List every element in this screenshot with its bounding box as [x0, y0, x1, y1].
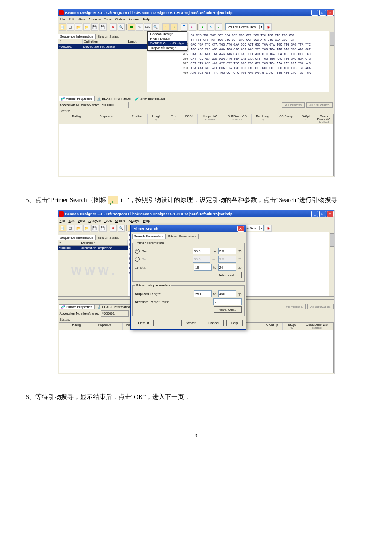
save-icon[interactable]: 💾 — [91, 225, 98, 232]
close-button[interactable]: × — [327, 10, 334, 16]
tab-sequence-information[interactable]: Sequence Information — [58, 235, 95, 240]
dd-sybr[interactable]: SYBR® Green Design — [148, 41, 187, 46]
open-icon[interactable]: 📂 — [75, 23, 82, 31]
tool-icon-f[interactable]: Ω — [189, 23, 196, 31]
open-icon[interactable]: 📂 — [75, 225, 82, 232]
maximize-button[interactable]: □ — [319, 211, 326, 217]
all-primers-button[interactable]: All Primers — [283, 304, 306, 309]
assay-combo[interactable]: SYBR® Green Des...▾ — [225, 23, 264, 30]
scrollbar[interactable] — [329, 31, 334, 92]
close-button[interactable]: × — [327, 211, 334, 217]
minimize-button[interactable]: _ — [311, 10, 318, 16]
tab-blast-information[interactable]: 🔬 BLAST Information — [95, 96, 133, 101]
menu-file[interactable]: File — [60, 219, 65, 223]
folder-icon[interactable]: 📁 — [83, 23, 90, 31]
tab-snp-information[interactable]: 🧪 SNP Information — [133, 96, 167, 101]
binoculars-icon[interactable]: 🔍 — [118, 23, 125, 31]
primer-search-icon[interactable]: ⇄ — [128, 23, 135, 31]
tab-primer-properties[interactable]: 🧬 Primer Properties — [59, 96, 95, 101]
radio-tm[interactable] — [135, 249, 140, 254]
radio-ta[interactable] — [135, 257, 140, 262]
menu-edit[interactable]: Edit — [68, 17, 74, 21]
scrollbar[interactable] — [329, 232, 334, 296]
col-def[interactable]: Definition — [83, 39, 127, 44]
amplicon-min-input[interactable] — [194, 290, 212, 297]
length-min-input[interactable] — [194, 264, 212, 271]
menu-view[interactable]: View — [78, 219, 85, 223]
save-as-icon[interactable]: 💾 — [99, 23, 107, 31]
arrow-left-icon[interactable]: ← — [162, 23, 170, 31]
tab-blast-information[interactable]: 🔬 BLAST Information — [95, 304, 133, 309]
default-button[interactable]: Default — [134, 320, 154, 326]
dd-fret[interactable]: FRET Design — [148, 36, 187, 41]
menu-online[interactable]: Online — [115, 219, 125, 223]
pair-advanced-button[interactable]: Advanced... — [214, 306, 241, 313]
col-num[interactable]: # — [58, 39, 83, 44]
menu-analyze[interactable]: Analyze — [88, 17, 100, 21]
menu-analyze[interactable]: Analyze — [88, 219, 100, 223]
sequence-view[interactable]: Beacon Design FRET Design SYBR® Green De… — [147, 31, 334, 92]
menu-help[interactable]: Help — [143, 219, 150, 223]
tool-icon-c[interactable]: 5/10 — [144, 23, 151, 31]
menu-file[interactable]: File — [60, 17, 65, 21]
cancel-button[interactable]: Cancel — [204, 320, 224, 326]
help-button[interactable]: Help — [226, 320, 242, 326]
tab-primer-properties[interactable]: 🧬 Primer Properties — [59, 304, 95, 309]
menu-view[interactable]: View — [78, 17, 85, 21]
menu-tools[interactable]: Tools — [104, 219, 112, 223]
new-icon[interactable]: 📄 — [59, 225, 66, 232]
tool-icon-d[interactable]: 🔍 — [152, 23, 159, 31]
alt-pairs-input[interactable] — [213, 298, 242, 305]
new-icon[interactable]: 📄 — [59, 23, 66, 31]
tool-icon-i[interactable]: ✓ — [215, 23, 222, 31]
tool-icon-h[interactable]: ✕ — [207, 23, 214, 31]
menu-assays[interactable]: Assays — [129, 219, 140, 223]
tool-icon-g[interactable]: ▲ — [199, 23, 206, 31]
tm-value-input[interactable] — [193, 248, 210, 254]
tab-primer-parameters[interactable]: Primer Parameters — [165, 234, 198, 239]
titlebar[interactable]: Beacon Designer 5.1 - C:\Program Files\B… — [58, 9, 334, 16]
maximize-button[interactable]: □ — [319, 10, 326, 16]
dd-beacon[interactable]: Beacon Design — [148, 32, 187, 36]
dd-taqman[interactable]: TaqMan® Design — [148, 46, 187, 50]
tab-search-status[interactable]: Search Status — [95, 235, 121, 240]
accession-input[interactable] — [101, 310, 129, 317]
all-structures-button[interactable]: All Structures — [307, 304, 334, 309]
tool-icon-e[interactable]: ≣ — [181, 23, 188, 31]
save-as-icon[interactable]: 💾 — [99, 225, 107, 232]
tab-sequence-information[interactable]: Sequence Information — [58, 34, 95, 39]
all-primers-button[interactable]: All Primers — [282, 102, 305, 108]
dialog-close-button[interactable]: × — [237, 226, 244, 232]
primer-advanced-button[interactable]: Advanced... — [214, 272, 241, 278]
menu-help[interactable]: Help — [143, 17, 150, 21]
accession-input[interactable] — [101, 102, 129, 108]
blank-icon[interactable]: ▢ — [67, 225, 74, 232]
menu-assays[interactable]: Assays — [129, 17, 140, 21]
tm-range-input[interactable] — [218, 248, 236, 254]
col-len[interactable]: Length — [127, 39, 147, 44]
save-icon[interactable]: 💾 — [91, 23, 98, 31]
folder-icon[interactable]: 📁 — [83, 225, 90, 232]
delete-icon[interactable]: ✕ — [110, 225, 117, 232]
arrow-right-icon[interactable]: → — [170, 23, 178, 31]
minimize-button[interactable]: _ — [311, 211, 318, 217]
tool-icon-b[interactable]: ✎ — [136, 23, 143, 31]
tab-search-status[interactable]: Search Status — [95, 34, 121, 39]
go-icon[interactable]: ◉ — [265, 225, 272, 232]
table-row[interactable]: *000001 Nucleotide sequence — [58, 44, 147, 49]
length-max-input[interactable] — [218, 264, 236, 271]
design-dropdown[interactable]: Beacon Design FRET Design SYBR® Green De… — [147, 31, 187, 51]
menu-edit[interactable]: Edit — [68, 219, 74, 223]
titlebar[interactable]: Beacon Designer 5.1 - C:\Program Files\B… — [58, 210, 334, 217]
all-structures-button[interactable]: All Structures — [306, 102, 333, 108]
amplicon-max-input[interactable] — [218, 290, 236, 297]
delete-icon[interactable]: ✕ — [110, 23, 117, 31]
search-button[interactable]: Search — [181, 320, 201, 326]
binoculars-icon[interactable]: 🔍 — [118, 225, 125, 232]
blank-icon[interactable]: ▢ — [67, 23, 74, 31]
go-icon[interactable]: ◉ — [265, 23, 272, 31]
table-row[interactable]: *000001 Nucleotide sequence — [58, 246, 128, 250]
menu-online[interactable]: Online — [115, 17, 125, 21]
tab-search-parameters[interactable]: Search Parameters — [132, 234, 166, 239]
menu-tools[interactable]: Tools — [104, 17, 112, 21]
